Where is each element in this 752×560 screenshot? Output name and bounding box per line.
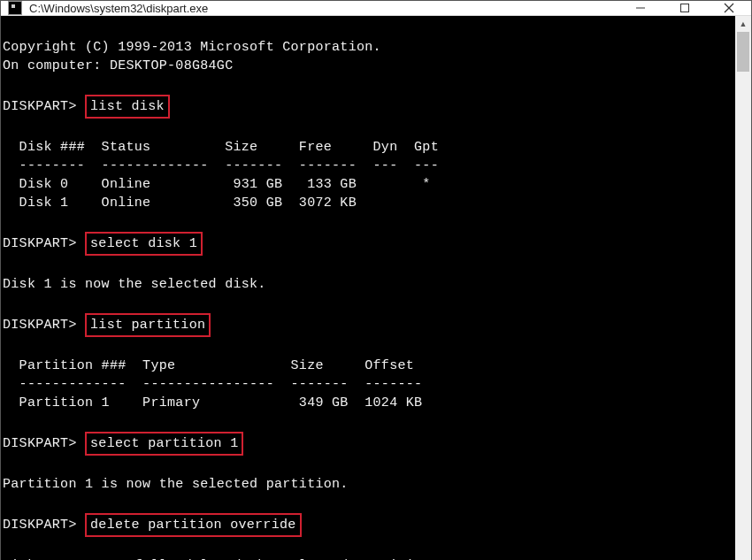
command-select-disk: select disk 1 xyxy=(85,232,203,256)
disk-table-separator: -------- ------------- ------- ------- -… xyxy=(3,158,439,173)
minimize-button[interactable] xyxy=(618,1,663,15)
msg-partition-selected: Partition 1 is now the selected partitio… xyxy=(3,477,349,492)
prompt: DISKPART> xyxy=(3,518,77,533)
command-list-partition: list partition xyxy=(85,313,211,337)
window-title: C:\Windows\system32\diskpart.exe xyxy=(29,2,618,15)
disk-table-row: Disk 0 Online 931 GB 133 GB * xyxy=(3,177,431,192)
disk-table-header: Disk ### Status Size Free Dyn Gpt xyxy=(3,140,439,155)
window-controls xyxy=(618,1,751,15)
maximize-button[interactable] xyxy=(663,1,707,15)
app-icon xyxy=(8,1,22,15)
disk-table-row: Disk 1 Online 350 GB 3072 KB xyxy=(3,196,357,211)
command-select-partition: select partition 1 xyxy=(85,432,243,456)
copyright-line: Copyright (C) 1999-2013 Microsoft Corpor… xyxy=(3,40,381,55)
partition-table-separator: ------------- ---------------- ------- -… xyxy=(3,377,422,392)
prompt: DISKPART> xyxy=(3,436,77,451)
app-window: C:\Windows\system32\diskpart.exe Copyrig… xyxy=(0,0,752,560)
prompt: DISKPART> xyxy=(3,236,77,251)
msg-disk-selected: Disk 1 is now the selected disk. xyxy=(3,277,266,292)
minimize-icon xyxy=(635,3,646,13)
titlebar[interactable]: C:\Windows\system32\diskpart.exe xyxy=(1,1,751,16)
computer-line: On computer: DESKTOP-08G84GC xyxy=(3,58,233,73)
partition-table-row: Partition 1 Primary 349 GB 1024 KB xyxy=(3,395,422,410)
command-list-disk: list disk xyxy=(85,95,170,119)
command-delete-partition: delete partition override xyxy=(85,513,302,537)
close-button[interactable] xyxy=(707,1,751,15)
vertical-scrollbar[interactable]: ▲ ▼ xyxy=(735,16,751,560)
maximize-icon xyxy=(679,3,690,13)
partition-table-header: Partition ### Type Size Offset xyxy=(3,358,414,373)
console-output[interactable]: Copyright (C) 1999-2013 Microsoft Corpor… xyxy=(1,16,735,560)
scrollbar-thumb[interactable] xyxy=(737,32,749,72)
scroll-up-button[interactable]: ▲ xyxy=(735,16,751,32)
console-area: Copyright (C) 1999-2013 Microsoft Corpor… xyxy=(1,16,751,560)
close-icon xyxy=(724,3,734,13)
svg-rect-1 xyxy=(681,4,689,12)
prompt: DISKPART> xyxy=(3,99,77,114)
prompt: DISKPART> xyxy=(3,318,77,333)
